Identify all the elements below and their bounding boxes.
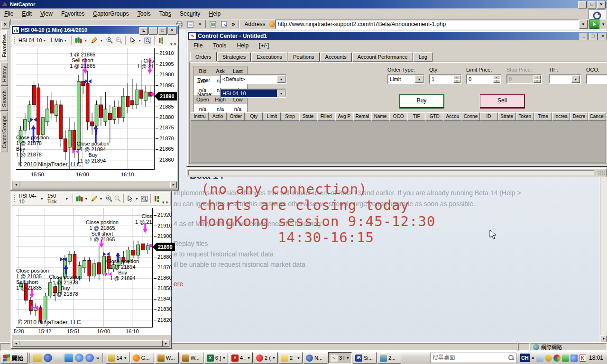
- desktop-search-box[interactable]: [430, 353, 516, 363]
- cc-menu-help[interactable]: Help: [232, 41, 253, 50]
- column-header-state[interactable]: State: [299, 112, 317, 121]
- sidebar-close-button[interactable]: ×: [1, 21, 9, 28]
- column-header-cancel[interactable]: Cancel: [588, 112, 606, 121]
- qty-input[interactable]: [430, 75, 453, 83]
- cc-menu-tools[interactable]: Tools: [209, 41, 230, 50]
- chart2-instrument-selector[interactable]: HSI 04-10▼: [18, 192, 46, 205]
- page-image-icon[interactable]: [208, 20, 219, 29]
- tab-executions[interactable]: Executions: [251, 52, 287, 62]
- sidebar-tab-captorgroups[interactable]: CaptorGroups: [0, 112, 8, 152]
- spin-down-icon[interactable]: ▼: [493, 79, 500, 83]
- chart-style-icon[interactable]: [157, 36, 166, 45]
- desktop-search-input[interactable]: [431, 355, 507, 361]
- orders-grid-body[interactable]: [191, 121, 606, 163]
- chevron-down-icon[interactable]: ▼: [571, 75, 580, 83]
- chevron-down-icon[interactable]: ▼: [277, 75, 285, 83]
- tab-account-performance[interactable]: Account Performance: [352, 52, 413, 62]
- resize-grip[interactable]: [598, 170, 605, 175]
- media-icon[interactable]: [85, 354, 94, 362]
- toolbar-overflow[interactable]: »: [232, 21, 235, 27]
- outlook-icon[interactable]: [33, 354, 42, 362]
- chart1-area[interactable]: 1 @ 21865Sell short1 @ 21865Clos1 @ 21Cl…: [12, 46, 177, 181]
- column-header-token[interactable]: Token: [516, 112, 534, 121]
- close-button[interactable]: ×: [598, 33, 607, 40]
- spinner-arrows[interactable]: ▲▼: [453, 75, 460, 83]
- tab-orders[interactable]: Orders: [190, 52, 217, 61]
- taskbar-button-monkey-w[interactable]: W...: [180, 352, 203, 364]
- column-header-decre[interactable]: Decre: [570, 112, 588, 121]
- chart1-plot[interactable]: 1 @ 21865Sell short1 @ 21865Clos1 @ 21Cl…: [16, 48, 155, 170]
- column-header-filled[interactable]: Filled: [317, 112, 335, 121]
- tray-collapse[interactable]: «: [532, 355, 534, 361]
- sell-button[interactable]: Sell: [480, 94, 525, 109]
- taskbar-button-folder-2[interactable]: 2▼: [279, 352, 303, 364]
- chevron-down-icon[interactable]: ▼: [222, 356, 226, 360]
- cc-menu-item[interactable]: [+/-]: [255, 41, 273, 50]
- chevron-down-icon[interactable]: ▼: [84, 39, 87, 42]
- chevron-down-icon[interactable]: ▼: [100, 39, 103, 42]
- column-header-qty[interactable]: Qty: [245, 112, 263, 121]
- column-header-tif[interactable]: TIF: [407, 112, 425, 121]
- pencil-icon[interactable]: [90, 36, 98, 45]
- taskbar-button-ninjatrader-3-l[interactable]: ∿3 l▼: [328, 352, 352, 364]
- spin-up-icon[interactable]: ▲: [453, 75, 460, 79]
- messenger-icon[interactable]: [64, 354, 73, 362]
- tab-strategies[interactable]: Strategies: [217, 52, 251, 62]
- spin-down-icon[interactable]: ▼: [453, 79, 460, 83]
- tab-positions[interactable]: Positions: [288, 52, 320, 62]
- tif-combo[interactable]: ▼: [549, 74, 581, 84]
- chevron-down-icon[interactable]: ▼: [277, 90, 285, 97]
- taskbar-button-image-2[interactable]: 2...: [377, 352, 401, 364]
- chevron-down-icon[interactable]: ▼: [247, 356, 250, 360]
- limit-price-stepper[interactable]: ▲▼: [466, 74, 501, 84]
- scroll-left-icon[interactable]: ◄: [13, 182, 19, 188]
- column-header-strate[interactable]: Strate: [498, 112, 516, 121]
- buy-button[interactable]: Buy: [399, 94, 444, 109]
- chevron-down-icon[interactable]: ▼: [415, 75, 423, 83]
- clipboard-icon[interactable]: [536, 355, 543, 362]
- chevron-down-icon[interactable]: ▼: [272, 356, 276, 360]
- chevron-down-icon[interactable]: ▼: [135, 197, 138, 200]
- column-header-stop[interactable]: Stop: [281, 112, 299, 121]
- column-header-accou[interactable]: Accou: [443, 112, 461, 121]
- magnify-region-icon[interactable]: [144, 36, 152, 45]
- chart1-interval-selector[interactable]: 1 Min▼: [49, 36, 70, 44]
- chevron-down-icon[interactable]: ▼: [124, 356, 127, 360]
- spinner-arrows[interactable]: ▲▼: [493, 75, 500, 83]
- tab-accounts[interactable]: Accounts: [320, 52, 352, 62]
- close-button[interactable]: ×: [597, 1, 606, 9]
- minimize-button[interactable]: _: [579, 33, 588, 40]
- chart2-interval-selector[interactable]: 150 Tick▼: [46, 192, 72, 205]
- scrollbar-thumb[interactable]: [19, 182, 170, 188]
- cursor-icon[interactable]: [126, 194, 134, 203]
- address-dropdown[interactable]: ▼: [579, 20, 588, 29]
- limit-price-input[interactable]: [467, 75, 493, 83]
- close-button[interactable]: ×: [168, 27, 176, 35]
- chart1-hscrollbar[interactable]: ◄ ►: [12, 181, 177, 189]
- column-header-increa[interactable]: Increa: [552, 112, 570, 121]
- chart2-toolbar-grip[interactable]: [14, 195, 16, 202]
- name-combo[interactable]: HSI 04-10 ▼: [220, 89, 286, 98]
- menu-help[interactable]: Help: [204, 9, 225, 18]
- menu-captorgroups[interactable]: CaptorGroups: [89, 9, 133, 18]
- column-header-limit[interactable]: Limit: [263, 112, 281, 121]
- qty-stepper[interactable]: ▲▼: [429, 74, 461, 84]
- sidebar-tab-history[interactable]: History: [0, 62, 8, 86]
- scroll-left-icon[interactable]: ◄: [13, 340, 19, 347]
- menu-tools[interactable]: Tools: [133, 9, 155, 18]
- menu-edit[interactable]: Edit: [18, 9, 36, 18]
- quick-launch-more[interactable]: »: [96, 355, 99, 361]
- taskbar-button-monkey-w[interactable]: W...: [155, 352, 179, 364]
- chart2-toolbar-overflow[interactable]: ▼▼: [161, 200, 169, 205]
- oco-field[interactable]: [586, 74, 607, 84]
- preview-icon[interactable]: [185, 20, 196, 29]
- chevron-down-icon[interactable]: ▼: [138, 39, 141, 42]
- go-button[interactable]: [589, 19, 600, 29]
- chevron-down-icon[interactable]: ▼: [346, 356, 349, 360]
- preview-dropdown[interactable]: ▼: [196, 20, 204, 29]
- zoom-out-icon[interactable]: [114, 194, 121, 203]
- menu-file[interactable]: File: [0, 9, 18, 18]
- chart1-titlebar[interactable]: HSI 04-10 (1 Min) 16/4/2010 L _ □ ×: [12, 26, 178, 34]
- control-center-titlebar[interactable]: ∿ Control Center - Untitled1 _ □ ×: [188, 32, 607, 40]
- column-header-id[interactable]: ID: [480, 112, 498, 121]
